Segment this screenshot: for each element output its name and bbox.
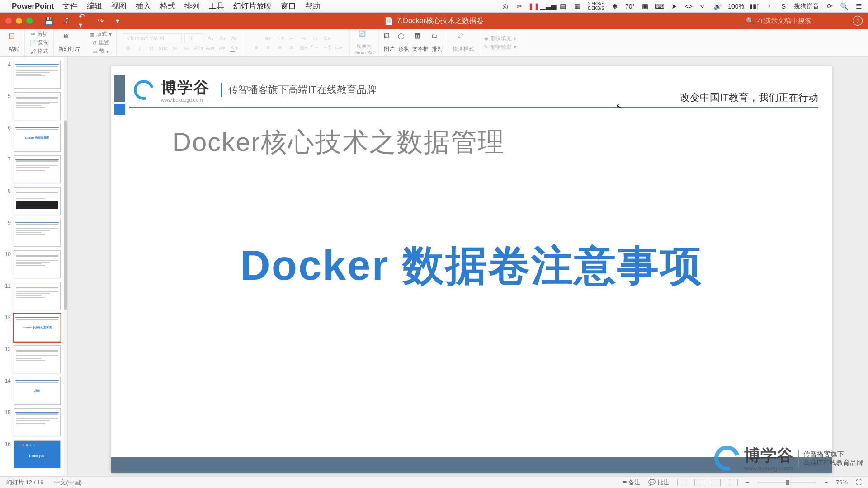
thumbnail-preview[interactable] bbox=[14, 345, 61, 373]
align-center-button[interactable]: ≡ bbox=[264, 43, 273, 52]
quick-styles-button[interactable]: 🖍快速样式 bbox=[453, 33, 474, 53]
menu-help[interactable]: 帮助 bbox=[305, 1, 321, 11]
numbering-button[interactable]: ⒈▾ bbox=[275, 34, 284, 42]
align-left-button[interactable]: ≡ bbox=[252, 43, 261, 52]
thumbnail-preview[interactable]: Docker 数据卷注意事项 bbox=[14, 314, 61, 342]
keyboard-icon[interactable]: ⌨ bbox=[656, 2, 664, 10]
disk-icon[interactable]: ▤ bbox=[559, 2, 567, 10]
convert-smartart-button[interactable]: 🔄 转换为 SmartArt bbox=[354, 30, 374, 55]
char-spacing-button[interactable]: AV▾ bbox=[194, 44, 203, 52]
fan-icon[interactable]: ✱ bbox=[611, 2, 619, 10]
print-icon[interactable]: 🖨 bbox=[61, 16, 71, 25]
thumbnail-preview[interactable] bbox=[14, 219, 61, 247]
increase-indent-button[interactable]: ⇥ bbox=[299, 34, 308, 42]
shapes-button[interactable]: ◯形状 bbox=[398, 33, 410, 53]
format-painter-button[interactable]: 🖌 格式 bbox=[30, 47, 48, 55]
align-text-button[interactable]: ▭▾ bbox=[334, 43, 343, 52]
ime-logo-icon[interactable]: S bbox=[779, 2, 788, 10]
thumbnail-preview[interactable] bbox=[14, 187, 61, 215]
thumbnail-preview[interactable] bbox=[14, 61, 61, 89]
wifi-icon[interactable]: ᯤ bbox=[699, 2, 707, 10]
shrink-font-icon[interactable]: A▾ bbox=[218, 34, 227, 42]
qat-customize-icon[interactable]: ▾ bbox=[113, 16, 122, 25]
grow-font-icon[interactable]: A▴ bbox=[206, 34, 215, 42]
justify-button[interactable]: ≡ bbox=[287, 43, 296, 52]
thumbnail-item-6[interactable]: 6Docker 数据卷原理 bbox=[0, 122, 67, 154]
superscript-button[interactable]: x² bbox=[170, 44, 179, 52]
thumbnail-preview[interactable] bbox=[14, 282, 61, 310]
language-indicator[interactable]: 中文(中国) bbox=[54, 479, 82, 487]
thumbnail-item-13[interactable]: 13 bbox=[0, 343, 67, 375]
cpu-icon[interactable]: ▦ bbox=[573, 2, 581, 10]
menu-edit[interactable]: 编辑 bbox=[87, 1, 102, 11]
notes-button[interactable]: ≣ 备注 bbox=[622, 479, 641, 487]
menu-format[interactable]: 格式 bbox=[160, 1, 175, 11]
change-case-button[interactable]: Aa▾ bbox=[206, 44, 215, 52]
thumbnail-item-15[interactable]: 15 bbox=[0, 407, 67, 438]
font-color-button[interactable]: A▾ bbox=[229, 44, 238, 52]
send-icon[interactable]: ➤ bbox=[670, 2, 678, 10]
zoom-out-button[interactable]: − bbox=[746, 479, 750, 486]
thumbnail-item-9[interactable]: 9 bbox=[0, 217, 67, 249]
comments-button[interactable]: 💬 批注 bbox=[648, 479, 669, 487]
thumbnail-item-7[interactable]: 7 bbox=[0, 154, 67, 185]
app-name[interactable]: PowerPoint bbox=[12, 2, 54, 11]
shape-outline-button[interactable]: ✎ 形状轮廓 ▾ bbox=[484, 43, 516, 51]
line-spacing-button[interactable]: ↕▾ bbox=[311, 34, 320, 42]
thumbnail-preview[interactable] bbox=[14, 155, 61, 183]
menu-view[interactable]: 视图 bbox=[111, 1, 127, 11]
undo-icon[interactable]: ↶ ▾ bbox=[79, 16, 88, 25]
textbox-button[interactable]: 🅰文本框 bbox=[412, 33, 429, 53]
font-size-combo[interactable]: 18 bbox=[184, 33, 203, 43]
italic-button[interactable]: I bbox=[135, 44, 144, 52]
section-button[interactable]: ▭ 节 ▾ bbox=[92, 47, 109, 55]
pictures-button[interactable]: 🖼图片 bbox=[383, 33, 395, 53]
redo-icon[interactable]: ↷ bbox=[96, 16, 105, 25]
layout-button[interactable]: ▦ 版式 ▾ bbox=[90, 30, 112, 38]
cut-button[interactable]: ✂ 剪切 bbox=[31, 30, 48, 38]
thumb-scrollbar[interactable] bbox=[64, 57, 67, 476]
thumbnail-item-11[interactable]: 11 bbox=[0, 280, 67, 312]
normal-view-button[interactable] bbox=[677, 479, 686, 486]
search-box[interactable]: 🔍 在演示文稿中搜索 bbox=[746, 17, 845, 25]
thumbnail-item-5[interactable]: 5 bbox=[0, 90, 67, 122]
thumbnail-item-4[interactable]: 4 bbox=[0, 59, 67, 90]
bluetooth-icon[interactable]: ᚼ bbox=[765, 2, 773, 10]
share-button[interactable]: ⤴ bbox=[853, 16, 863, 26]
slideshow-view-button[interactable] bbox=[729, 479, 738, 486]
rtl-button[interactable]: ←¶ bbox=[322, 43, 331, 52]
code-icon[interactable]: <> bbox=[684, 2, 693, 10]
copy-button[interactable]: 📄 复制 bbox=[29, 39, 49, 47]
thumbnail-item-10[interactable]: 10 bbox=[0, 249, 67, 280]
thumb-scrollbar-thumb[interactable] bbox=[64, 120, 67, 310]
clear-format-icon[interactable]: A⃠ bbox=[230, 34, 239, 42]
fit-to-window-button[interactable]: ⛶ bbox=[856, 479, 862, 486]
thumbnail-item-12[interactable]: 12Docker 数据卷注意事项 bbox=[0, 312, 67, 343]
text-direction-button[interactable]: ⇅▾ bbox=[322, 34, 331, 42]
underline-button[interactable]: U bbox=[147, 44, 156, 52]
thumbnail-preview[interactable] bbox=[14, 408, 61, 436]
align-right-button[interactable]: ≡ bbox=[275, 43, 284, 52]
notification-icon[interactable]: ☰ bbox=[854, 2, 863, 10]
ime-name[interactable]: 搜狗拼音 bbox=[794, 2, 819, 10]
maximize-button[interactable] bbox=[26, 18, 33, 24]
save-icon[interactable]: 💾 bbox=[44, 16, 53, 25]
thumbnail-preview[interactable] bbox=[14, 92, 61, 120]
shape-fill-button[interactable]: ◆ 形状填充 ▾ bbox=[484, 35, 516, 42]
close-button[interactable] bbox=[5, 18, 12, 24]
thumbnail-preview[interactable]: Docker 数据卷原理 bbox=[14, 124, 61, 152]
spotlight-icon[interactable]: 🔍 bbox=[840, 2, 848, 10]
thumbnail-item-8[interactable]: 8 bbox=[0, 185, 67, 217]
columns-button[interactable]: ▥▾ bbox=[299, 43, 308, 52]
zoom-slider[interactable] bbox=[757, 482, 816, 483]
menu-insert[interactable]: 插入 bbox=[136, 1, 151, 11]
sorter-view-button[interactable] bbox=[694, 479, 703, 486]
ltr-button[interactable]: ¶→ bbox=[311, 43, 320, 52]
subscript-button[interactable]: x₂ bbox=[182, 44, 191, 52]
zoom-percent[interactable]: 76% bbox=[836, 479, 848, 486]
scissors-icon[interactable]: ✂ bbox=[515, 2, 524, 10]
strike-button[interactable]: abc bbox=[159, 44, 168, 52]
reading-view-button[interactable] bbox=[712, 479, 721, 486]
zoom-slider-thumb[interactable] bbox=[786, 480, 789, 485]
menu-tools[interactable]: 工具 bbox=[209, 1, 224, 11]
